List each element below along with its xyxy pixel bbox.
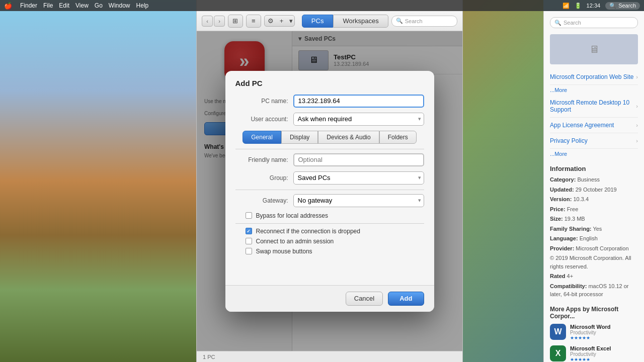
word-stars: ★★★★★ (570, 335, 638, 340)
more-link-2[interactable]: ...More (550, 149, 638, 159)
add-button[interactable]: + (277, 16, 287, 26)
add-button[interactable]: Add (388, 292, 424, 306)
bypass-label: Bypass for local addresses (256, 212, 328, 219)
user-account-row: User account: Ask when required ▾ (235, 113, 424, 126)
mini-app-excel[interactable]: X Microsoft Excel Productivity ★★★★★ (550, 345, 638, 362)
grid-view-button[interactable]: ⊞ (228, 15, 243, 28)
pc-name-label: PC name: (235, 98, 288, 105)
info-size: Size: 19.3 MB (550, 215, 638, 223)
battery-icon[interactable]: 🔋 (575, 3, 582, 9)
info-version: Version: 10.3.4 (550, 195, 638, 204)
app-status-bar: 1 PC (197, 351, 462, 362)
reconnect-row[interactable]: Reconnect if the connection is dropped (246, 228, 424, 235)
link-website[interactable]: Microsoft Corporation Web Site › (550, 69, 638, 85)
info-updated: Updated: 29 October 2019 (550, 186, 638, 194)
apple-menu-icon[interactable]: 🍎 (4, 2, 12, 10)
add-pc-dialog: Add PC PC name: User account: Ask when r… (225, 71, 434, 312)
chevron-icon-3: › (636, 122, 638, 128)
tab-workspaces[interactable]: Workspaces (333, 15, 388, 28)
wifi-icon[interactable]: 📶 (562, 3, 570, 9)
info-family: Family Sharing: Yes (550, 225, 638, 233)
gear-button[interactable]: ⚙ (265, 16, 277, 26)
link-privacy[interactable]: Privacy Policy › (550, 133, 638, 149)
admin-session-checkbox[interactable] (246, 238, 252, 244)
app-toolbar: ‹ › ⊞ ≡ ⚙ + ▾ PCs Workspaces 🔍 Search (197, 11, 462, 31)
chevron-icon-4: › (636, 138, 638, 144)
menubar-file[interactable]: File (43, 2, 53, 9)
more-link-1[interactable]: ...More (550, 85, 638, 95)
dialog-tab-general[interactable]: General (243, 131, 281, 144)
friendly-name-row: Friendly name: (235, 153, 424, 166)
information-title: Information (550, 165, 638, 172)
link-license-text: App License Agreement (550, 122, 614, 129)
gateway-row: Gateway: No gateway ▾ (235, 194, 424, 207)
right-search-bar[interactable]: 🔍 Search (550, 17, 638, 28)
link-support[interactable]: Microsoft Remote Desktop 10 Support › (550, 95, 638, 118)
nav-back-button[interactable]: ‹ (202, 16, 213, 27)
reconnect-label: Reconnect if the connection is dropped (256, 228, 360, 235)
excel-name: Microsoft Excel (570, 345, 638, 351)
dialog-tab-display[interactable]: Display (281, 131, 318, 144)
info-details: Category: Business Updated: 29 October 2… (550, 175, 638, 299)
info-links-section: Microsoft Corporation Web Site › ...More… (550, 69, 638, 159)
link-license[interactable]: App License Agreement › (550, 118, 638, 133)
menubar-window[interactable]: Window (109, 2, 130, 9)
right-info-panel: 🔍 Search 🖥 Microsoft Corporation Web Sit… (543, 11, 644, 362)
link-website-text: Microsoft Corporation Web Site (550, 73, 634, 80)
bypass-checkbox[interactable] (246, 212, 252, 219)
swap-mouse-label: Swap mouse buttons (256, 248, 312, 255)
more-apps-title: More Apps by Microsoft Corpor... (550, 306, 638, 320)
add-dropdown-arrow[interactable]: ▾ (286, 16, 294, 26)
group-select-wrap: Saved PCs ▾ (293, 171, 424, 185)
gateway-select[interactable]: No gateway (293, 194, 424, 207)
swap-mouse-row[interactable]: Swap mouse buttons (246, 248, 424, 255)
menubar-go[interactable]: Go (95, 2, 103, 9)
dialog-divider-3 (235, 223, 424, 224)
group-label: Group: (235, 174, 288, 182)
reconnect-checkbox[interactable] (246, 228, 252, 234)
group-select[interactable]: Saved PCs (293, 171, 424, 185)
menubar-time: 12:34 (587, 3, 601, 9)
bypass-row[interactable]: Bypass for local addresses (246, 212, 424, 219)
cancel-button[interactable]: Cancel (346, 292, 383, 306)
info-provider: Provider: Microsoft Corporation (550, 244, 638, 253)
dialog-tab-folders[interactable]: Folders (379, 131, 417, 144)
nav-buttons: ‹ › (202, 16, 225, 27)
list-view-button[interactable]: ≡ (246, 15, 261, 28)
dialog-title: Add PC (225, 71, 434, 87)
dialog-tab-row: General Display Devices & Audio Folders (235, 131, 424, 144)
menubar-finder[interactable]: Finder (20, 2, 37, 9)
info-language: Language: English (550, 234, 638, 243)
pc-name-input[interactable] (293, 95, 424, 108)
nav-forward-button[interactable]: › (214, 16, 225, 27)
toolbar-search-bar[interactable]: 🔍 Search (391, 16, 457, 27)
chevron-icon-1: › (636, 74, 638, 80)
dialog-tab-devices-audio[interactable]: Devices & Audio (318, 131, 379, 144)
menubar-search-label[interactable]: Search (618, 3, 636, 9)
link-support-text: Microsoft Remote Desktop 10 Support (550, 99, 636, 113)
right-search-icon: 🔍 (554, 20, 561, 26)
info-price: Price: Free (550, 205, 638, 214)
menubar-help[interactable]: Help (136, 2, 149, 9)
word-info: Microsoft Word Productivity ★★★★★ (570, 324, 638, 340)
gateway-select-wrap: No gateway ▾ (293, 194, 424, 207)
menubar-right-area: 📶 🔋 12:34 🔍 Search (562, 2, 640, 10)
excel-info: Microsoft Excel Productivity ★★★★★ (570, 345, 638, 362)
gear-add-button-group: ⚙ + ▾ (264, 15, 295, 27)
mini-app-word[interactable]: W Microsoft Word Productivity ★★★★★ (550, 324, 638, 340)
tab-pcs[interactable]: PCs (302, 15, 334, 28)
group-row: Group: Saved PCs ▾ (235, 171, 424, 185)
user-account-select[interactable]: Ask when required (293, 113, 424, 126)
menubar-view[interactable]: View (75, 2, 89, 9)
swap-mouse-checkbox[interactable] (246, 248, 252, 254)
right-search-placeholder: Search (564, 20, 581, 26)
friendly-name-input[interactable] (293, 153, 424, 166)
dialog-divider-1 (235, 149, 424, 149)
excel-icon: X (550, 345, 566, 361)
admin-session-label: Connect to an admin session (256, 238, 334, 245)
admin-session-row[interactable]: Connect to an admin session (246, 238, 424, 245)
main-tab-group: PCs Workspaces (302, 15, 388, 28)
menubar-edit[interactable]: Edit (59, 2, 69, 9)
dialog-divider-2 (235, 190, 424, 190)
excel-stars: ★★★★★ (570, 357, 638, 362)
